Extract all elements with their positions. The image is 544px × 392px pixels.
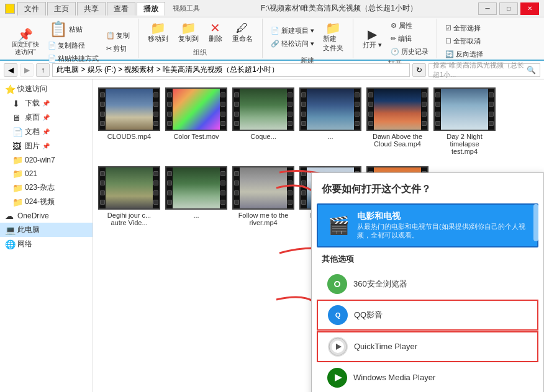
open-button[interactable]: ▶ 打开 ▾ (358, 26, 386, 51)
file-item-coque[interactable]: Coque... (232, 84, 294, 158)
minimize-button[interactable]: ─ (478, 2, 497, 15)
pin-label: 固定到"快速访问" (12, 41, 39, 56)
copy-to-button[interactable]: 📁 复制到 (174, 20, 203, 45)
tab-home[interactable]: 主页 (47, 2, 76, 16)
sidebar-item-020[interactable]: 📁 020-win7 (0, 153, 93, 167)
dialog-option-360[interactable]: 360安全浏览器 (317, 269, 538, 299)
ribbon-section-new: 📄 新建项目 ▾ 🔗 轻松访问 ▾ 📁 新建文件夹 新建 (263, 19, 353, 58)
cut-button[interactable]: ✂ 剪切 (103, 43, 133, 55)
close-button[interactable]: ✕ (520, 2, 539, 15)
dialog-option-qq[interactable]: Q QQ影音 (317, 300, 538, 331)
history-button[interactable]: 🕐 历史记录 (388, 46, 432, 58)
dialog-option-quicktime[interactable]: QuickTime Player (317, 331, 538, 362)
new-folder-button[interactable]: 📁 新建文件夹 (319, 20, 348, 55)
sidebar-downloads-label: 下载 (25, 98, 40, 109)
edit-button[interactable]: ✏ 编辑 (388, 33, 432, 45)
file-thumb-extra1 (299, 87, 361, 131)
delete-button[interactable]: ✕ 删除 (204, 20, 227, 45)
organize-label: 组织 (193, 48, 207, 57)
movies-tv-desc: 从最热门的电影和电视节目(如果提供)到你自己的个人视频，全都可以观看。 (357, 222, 527, 240)
pics-pin: 📌 (42, 143, 50, 149)
dialog-scrollbar[interactable] (533, 204, 538, 241)
file-item-extra1[interactable]: ... (299, 84, 361, 158)
file-name-coque: Coque... (250, 133, 276, 140)
file-item-degihi[interactable]: Degihi jour c... autre Vide... (98, 163, 160, 229)
file-thumb-degihi (98, 166, 160, 210)
up-button[interactable]: ↑ (36, 63, 50, 77)
move-to-button[interactable]: 📁 移动到 (143, 20, 173, 45)
cut-label: 剪切 (113, 44, 127, 53)
pin-indicator: 📌 (42, 100, 50, 107)
thumb-bg-follow (240, 167, 287, 208)
sidebar-item-quickaccess[interactable]: ⭐ 快速访问 (0, 82, 93, 96)
folder-024-icon: 📁 (12, 197, 22, 207)
open-buttons: ▶ 打开 ▾ ⚙ 属性 ✏ 编辑 🕐 历史记录 (358, 20, 432, 58)
app-icon (5, 4, 15, 14)
sidebar-item-network[interactable]: 🌐 网络 (0, 237, 93, 251)
file-item-extra2[interactable]: ... (165, 163, 227, 229)
easy-access-button[interactable]: 🔗 轻松访问 ▾ (268, 38, 317, 50)
copy-icon: 📋 (106, 32, 115, 40)
option-wmp-name: Windows Media Player (353, 373, 435, 382)
invert-select-button[interactable]: 🔄 反向选择 (442, 48, 486, 60)
svg-text:Q: Q (335, 311, 341, 319)
select-all-button[interactable]: ☑ 全部选择 (442, 22, 486, 34)
sidebar-item-pictures[interactable]: 🖼 图片 📌 (0, 139, 93, 153)
search-box[interactable]: 搜索"唯美高清风光视频（总长超1小... 🔍 (428, 63, 540, 77)
back-button[interactable]: ◀ (4, 63, 17, 77)
tab-share[interactable]: 共享 (77, 2, 106, 16)
movies-tv-icon: 🎬 (328, 215, 350, 236)
sidebar-item-024[interactable]: 📁 024-视频 (0, 195, 93, 209)
dialog-option-wmp[interactable]: Windows Media Player (317, 363, 538, 392)
title-bar: 文件 主页 共享 查看 播放 视频工具 F:\视频素材\唯美高清风光视频（总长超… (0, 0, 544, 17)
file-name-follow: Follow me to the river.mp4 (235, 212, 291, 226)
file-item-day2[interactable]: Day 2 Night timelapse test.mp4 (433, 84, 496, 158)
thumb-bg-coque (240, 89, 287, 130)
window-title: F:\视频素材\唯美高清风光视频（总长超1小时） (200, 3, 478, 14)
maximize-button[interactable]: □ (499, 2, 518, 15)
properties-button[interactable]: ⚙ 属性 (388, 20, 432, 32)
sidebar: ⭐ 快速访问 ⬇ 下载 📌 🖥 桌面 📌 📄 文档 📌 🖼 图片 📌 📁 020… (0, 79, 93, 392)
pin-quick-access-button[interactable]: 📌 固定到"快速访问" (7, 27, 43, 58)
forward-button[interactable]: ▶ (20, 63, 34, 77)
file-item-dawn[interactable]: Dawn Above the Cloud Sea.mp4 (366, 84, 428, 158)
rename-icon: 🖊 (236, 22, 248, 34)
file-item-follow[interactable]: Follow me to the river.mp4 (232, 163, 294, 229)
paste-button[interactable]: 📋 粘贴 (45, 20, 102, 38)
sidebar-item-023[interactable]: 📁 023-杂志 (0, 180, 93, 195)
other-options-label: 其他选项 (312, 247, 543, 269)
tab-view[interactable]: 查看 (107, 2, 135, 16)
new-item-button[interactable]: 📄 新建项目 ▾ (268, 25, 317, 37)
copy-button[interactable]: 📋 复制 (103, 30, 133, 42)
downloads-icon: ⬇ (12, 99, 22, 109)
file-name-clouds: CLOUDS.mp4 (107, 133, 151, 140)
option-qq-name: QQ影音 (354, 310, 383, 321)
movies-tv-text: 电影和电视 从最热门的电影和电视节目(如果提供)到你自己的个人视频，全都可以观看… (357, 211, 527, 240)
tab-file[interactable]: 文件 (17, 2, 46, 16)
address-bar: ◀ ▶ ↑ 此电脑 > 娱乐 (F:) > 视频素材 > 唯美高清风光视频（总长… (0, 61, 544, 79)
copy-path-button[interactable]: 📄 复制路径 (45, 40, 102, 51)
sidebar-item-downloads[interactable]: ⬇ 下载 📌 (0, 96, 93, 110)
deselect-all-button[interactable]: ☐ 全部取消 (442, 35, 486, 47)
sidebar-item-021[interactable]: 📁 021 (0, 167, 93, 180)
paste-shortcut-label: 粘贴快捷方式 (58, 54, 99, 63)
refresh-button[interactable]: ↻ (412, 63, 426, 77)
file-item-colortest[interactable]: Color Test.mov (165, 84, 227, 158)
dialog-option-movies-tv[interactable]: 🎬 电影和电视 从最热门的电影和电视节目(如果提供)到你自己的个人视频，全都可以… (317, 203, 538, 247)
new-folder-icon: 📁 (325, 22, 341, 34)
search-icon[interactable]: 🔍 (527, 66, 536, 74)
address-path[interactable]: 此电脑 > 娱乐 (F:) > 视频素材 > 唯美高清风光视频（总长超1小时） (52, 63, 410, 77)
rename-button[interactable]: 🖊 重命名 (228, 20, 257, 45)
file-item-clouds[interactable]: CLOUDS.mp4 (98, 84, 160, 158)
thumb-bg-extra1 (307, 89, 354, 130)
move-label: 移动到 (148, 34, 168, 43)
sidebar-item-thispc[interactable]: 💻 此电脑 (0, 223, 93, 237)
tab-play[interactable]: 播放 (137, 2, 165, 16)
sidebar-item-onedrive[interactable]: ☁ OneDrive (0, 209, 93, 223)
thumb-bg-dawn (374, 89, 421, 130)
sidebar-item-desktop[interactable]: 🖥 桌面 📌 (0, 110, 93, 125)
sidebar-item-documents[interactable]: 📄 文档 📌 (0, 125, 93, 139)
sidebar-network-label: 网络 (17, 239, 32, 249)
thumb-bg-day2 (441, 89, 488, 130)
folder-021-icon: 📁 (12, 169, 22, 179)
